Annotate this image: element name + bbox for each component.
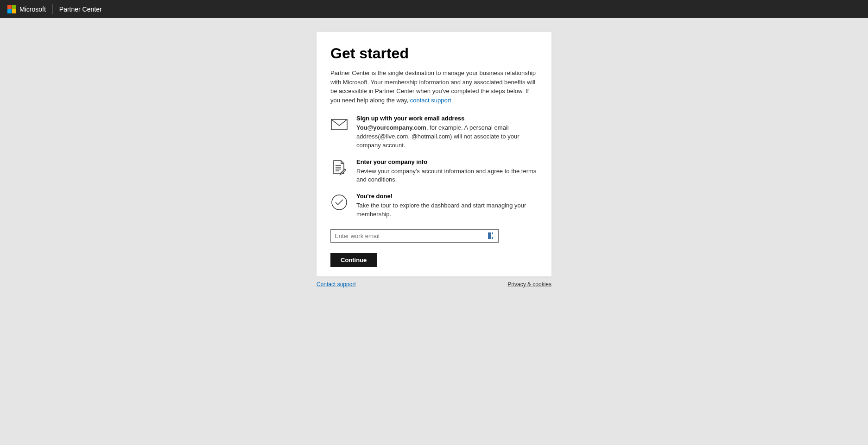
- get-started-card: Get started Partner Center is the single…: [317, 32, 551, 276]
- step-done-title: You're done!: [356, 193, 538, 200]
- header-divider: [52, 4, 53, 14]
- intro-text-suffix: .: [451, 97, 453, 104]
- continue-button[interactable]: Continue: [330, 253, 377, 267]
- step-done: You're done! Take the tour to explore th…: [330, 193, 538, 219]
- step-signup-desc: You@yourcompany.com, for example. A pers…: [356, 124, 538, 150]
- mail-icon: [330, 116, 348, 133]
- contact-support-inline-link[interactable]: contact support: [410, 97, 451, 104]
- work-email-input[interactable]: [330, 229, 499, 243]
- main-container: Get started Partner Center is the single…: [317, 32, 551, 288]
- step-done-desc: Take the tour to explore the dashboard a…: [356, 201, 538, 219]
- svg-rect-6: [488, 232, 491, 239]
- step-signup-title: Sign up with your work email address: [356, 115, 538, 122]
- page-title: Get started: [330, 45, 538, 62]
- step-company-info: Enter your company info Review your comp…: [330, 158, 538, 185]
- checkmark-circle-icon: [330, 194, 348, 211]
- svg-rect-7: [492, 232, 493, 234]
- svg-rect-8: [492, 237, 493, 239]
- step-signup-content: Sign up with your work email address You…: [356, 115, 538, 150]
- step-signup-email-example: You@yourcompany.com: [356, 124, 426, 131]
- intro-text: Partner Center is the single destination…: [330, 69, 538, 105]
- microsoft-logo-icon: [7, 5, 16, 13]
- step-company-desc: Review your company's account informatio…: [356, 167, 538, 185]
- document-edit-icon: [330, 159, 348, 177]
- email-input-wrap: [330, 229, 538, 243]
- step-done-content: You're done! Take the tour to explore th…: [356, 193, 538, 219]
- microsoft-brand-text: Microsoft: [19, 6, 46, 13]
- privacy-cookies-link[interactable]: Privacy & cookies: [507, 281, 551, 288]
- step-company-title: Enter your company info: [356, 158, 538, 165]
- svg-point-5: [332, 195, 347, 210]
- step-company-content: Enter your company info Review your comp…: [356, 158, 538, 185]
- contact-support-footer-link[interactable]: Contact support: [317, 281, 356, 288]
- header-product-title: Partner Center: [59, 6, 102, 13]
- input-autofill-icon: [488, 232, 494, 239]
- microsoft-logo[interactable]: Microsoft: [7, 5, 46, 13]
- app-header: Microsoft Partner Center: [0, 0, 868, 18]
- footer-links: Contact support Privacy & cookies: [317, 281, 551, 288]
- step-signup: Sign up with your work email address You…: [330, 115, 538, 150]
